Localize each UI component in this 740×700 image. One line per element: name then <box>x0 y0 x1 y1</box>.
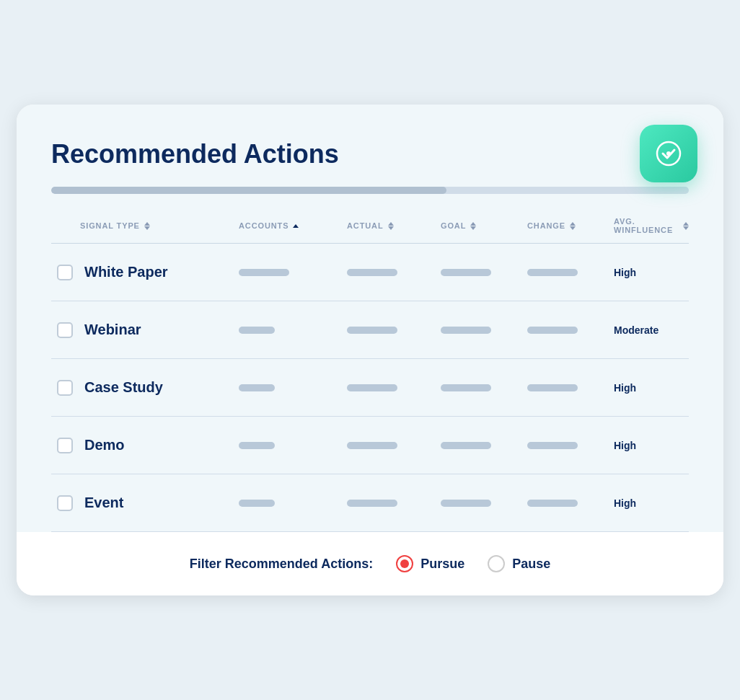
sort-icon-winfluence <box>683 222 689 230</box>
filter-pursue[interactable]: Pursue <box>396 555 464 572</box>
progress-bar-fill <box>51 187 446 194</box>
winfluence-cell-1: High <box>614 267 689 278</box>
goal-cell-5 <box>441 500 527 507</box>
placeholder <box>347 384 397 391</box>
goal-cell-1 <box>441 269 527 276</box>
main-card: Recommended Actions SIGNAL TYPE ACCOUNTS… <box>17 105 723 595</box>
placeholder <box>347 500 397 507</box>
sort-icon-signal-type <box>144 222 150 230</box>
placeholder <box>347 269 397 276</box>
placeholder <box>239 269 289 276</box>
placeholder <box>347 442 397 449</box>
actual-cell-4 <box>347 442 441 449</box>
sort-icon-goal <box>470 222 476 230</box>
goal-cell-3 <box>441 384 527 391</box>
accounts-cell-3 <box>239 384 347 391</box>
check-circle-icon <box>653 138 684 169</box>
change-cell-1 <box>527 269 614 276</box>
radio-pursue[interactable] <box>396 555 413 572</box>
signal-cell-case-study: Case Study <box>51 379 239 396</box>
filter-pause[interactable]: Pause <box>488 555 550 572</box>
signal-cell-webinar: Webinar <box>51 322 239 338</box>
winfluence-cell-2: Moderate <box>614 324 689 336</box>
sort-icon-change <box>570 222 576 230</box>
th-signal-type[interactable]: SIGNAL TYPE <box>51 217 239 234</box>
placeholder <box>527 500 578 507</box>
table-row: Demo High <box>51 417 689 474</box>
pause-label: Pause <box>512 557 550 572</box>
change-cell-3 <box>527 384 614 391</box>
row-checkbox-white-paper[interactable] <box>57 265 73 280</box>
table-row: White Paper High <box>51 244 689 301</box>
placeholder <box>347 327 397 334</box>
row-checkbox-demo[interactable] <box>57 438 73 453</box>
actual-cell-3 <box>347 384 441 391</box>
placeholder <box>239 384 275 391</box>
main-content: Recommended Actions SIGNAL TYPE ACCOUNTS… <box>17 105 723 532</box>
placeholder <box>441 384 491 391</box>
progress-bar <box>51 187 689 194</box>
page-title: Recommended Actions <box>51 139 689 169</box>
signal-cell-white-paper: White Paper <box>51 264 239 280</box>
footer-label: Filter Recommended Actions: <box>190 557 373 572</box>
placeholder <box>527 384 578 391</box>
top-icon-container <box>640 125 697 182</box>
accounts-cell-5 <box>239 500 347 507</box>
table-header: SIGNAL TYPE ACCOUNTS ACTUAL <box>51 217 689 244</box>
row-checkbox-event[interactable] <box>57 495 73 511</box>
pursue-label: Pursue <box>420 557 464 572</box>
th-accounts[interactable]: ACCOUNTS <box>239 217 347 234</box>
winfluence-cell-4: High <box>614 440 689 451</box>
th-winfluence[interactable]: AVG. WINFLUENCE <box>614 217 689 234</box>
winfluence-cell-3: High <box>614 382 689 394</box>
accounts-cell-4 <box>239 442 347 449</box>
radio-pause[interactable] <box>488 555 505 572</box>
change-cell-4 <box>527 442 614 449</box>
change-cell-2 <box>527 327 614 334</box>
goal-cell-2 <box>441 327 527 334</box>
placeholder <box>441 327 491 334</box>
actual-cell-1 <box>347 269 441 276</box>
row-checkbox-case-study[interactable] <box>57 380 73 396</box>
placeholder <box>441 500 491 507</box>
signal-cell-event: Event <box>51 495 239 511</box>
placeholder <box>239 327 275 334</box>
placeholder <box>527 442 578 449</box>
goal-cell-4 <box>441 442 527 449</box>
table-body: White Paper High Webinar Moderate <box>51 244 689 532</box>
placeholder <box>239 500 275 507</box>
change-cell-5 <box>527 500 614 507</box>
svg-point-1 <box>666 151 671 156</box>
sort-icon-actual <box>388 222 394 230</box>
signal-cell-demo: Demo <box>51 437 239 453</box>
th-goal[interactable]: GOAL <box>441 217 527 234</box>
radio-inner-pursue <box>400 559 409 568</box>
sort-icon-accounts <box>293 224 299 228</box>
footer-section: Filter Recommended Actions: Pursue Pause <box>17 532 723 595</box>
placeholder <box>527 327 578 334</box>
table-row: Webinar Moderate <box>51 301 689 359</box>
actual-cell-2 <box>347 327 441 334</box>
accounts-cell-1 <box>239 269 347 276</box>
placeholder <box>441 442 491 449</box>
placeholder <box>239 442 275 449</box>
th-change[interactable]: CHANGE <box>527 217 614 234</box>
accounts-cell-2 <box>239 327 347 334</box>
placeholder <box>527 269 578 276</box>
table-row: Event High <box>51 474 689 532</box>
actual-cell-5 <box>347 500 441 507</box>
row-checkbox-webinar[interactable] <box>57 322 73 338</box>
table-row: Case Study High <box>51 359 689 417</box>
winfluence-cell-5: High <box>614 497 689 509</box>
th-actual[interactable]: ACTUAL <box>347 217 441 234</box>
placeholder <box>441 269 491 276</box>
